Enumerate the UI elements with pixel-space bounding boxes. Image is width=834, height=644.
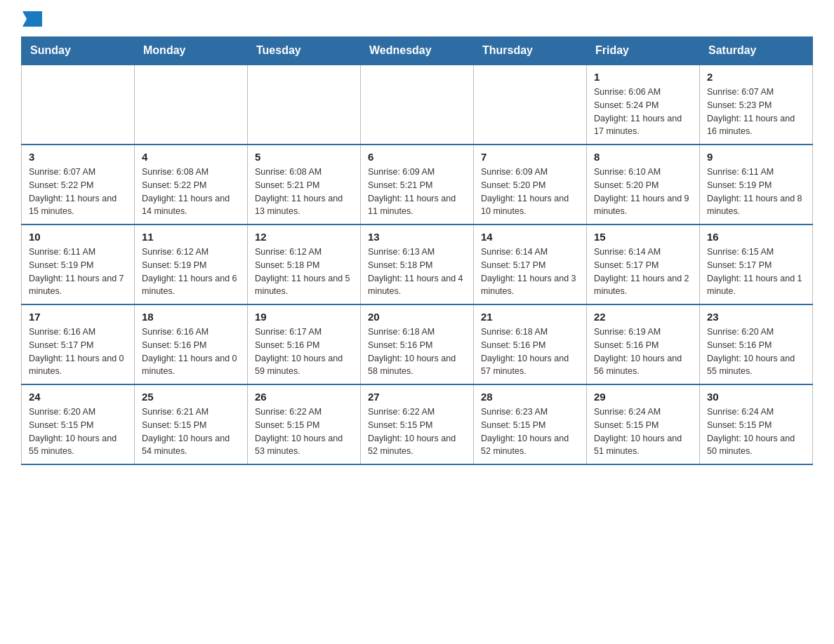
- day-info: Sunrise: 6:12 AM Sunset: 5:19 PM Dayligh…: [142, 246, 240, 298]
- day-number: 1: [594, 71, 692, 83]
- calendar-cell: 26Sunrise: 6:22 AM Sunset: 5:15 PM Dayli…: [248, 384, 361, 464]
- day-number: 22: [594, 311, 692, 323]
- day-of-week-header-monday: Monday: [135, 37, 248, 65]
- calendar-cell: 15Sunrise: 6:14 AM Sunset: 5:17 PM Dayli…: [587, 224, 700, 304]
- day-info: Sunrise: 6:22 AM Sunset: 5:15 PM Dayligh…: [255, 405, 353, 458]
- day-of-week-header-sunday: Sunday: [22, 37, 135, 65]
- calendar-cell: 17Sunrise: 6:16 AM Sunset: 5:17 PM Dayli…: [22, 304, 135, 384]
- calendar-cell: 14Sunrise: 6:14 AM Sunset: 5:17 PM Dayli…: [474, 224, 587, 304]
- calendar-cell: 9Sunrise: 6:11 AM Sunset: 5:19 PM Daylig…: [700, 145, 813, 224]
- day-info: Sunrise: 6:21 AM Sunset: 5:15 PM Dayligh…: [142, 405, 240, 458]
- calendar-cell: 21Sunrise: 6:18 AM Sunset: 5:16 PM Dayli…: [474, 304, 587, 384]
- calendar-cell: 24Sunrise: 6:20 AM Sunset: 5:15 PM Dayli…: [22, 384, 135, 464]
- day-info: Sunrise: 6:07 AM Sunset: 5:23 PM Dayligh…: [707, 86, 805, 138]
- day-info: Sunrise: 6:22 AM Sunset: 5:15 PM Dayligh…: [368, 405, 466, 458]
- calendar-cell: [361, 65, 474, 145]
- day-info: Sunrise: 6:11 AM Sunset: 5:19 PM Dayligh…: [29, 246, 127, 298]
- day-number: 18: [142, 311, 240, 323]
- calendar-cell: [135, 65, 248, 145]
- day-number: 30: [707, 391, 805, 403]
- day-number: 13: [368, 231, 466, 243]
- calendar-cell: 5Sunrise: 6:08 AM Sunset: 5:21 PM Daylig…: [248, 145, 361, 224]
- page-header: [21, 14, 813, 22]
- calendar-cell: 10Sunrise: 6:11 AM Sunset: 5:19 PM Dayli…: [22, 224, 135, 304]
- calendar-cell: 29Sunrise: 6:24 AM Sunset: 5:15 PM Dayli…: [587, 384, 700, 464]
- day-info: Sunrise: 6:17 AM Sunset: 5:16 PM Dayligh…: [255, 326, 353, 378]
- calendar-cell: 8Sunrise: 6:10 AM Sunset: 5:20 PM Daylig…: [587, 145, 700, 224]
- calendar-cell: 20Sunrise: 6:18 AM Sunset: 5:16 PM Dayli…: [361, 304, 474, 384]
- day-number: 6: [368, 151, 466, 163]
- calendar-week-row: 17Sunrise: 6:16 AM Sunset: 5:17 PM Dayli…: [22, 304, 813, 384]
- calendar-cell: 11Sunrise: 6:12 AM Sunset: 5:19 PM Dayli…: [135, 224, 248, 304]
- calendar-cell: [248, 65, 361, 145]
- day-number: 9: [707, 151, 805, 163]
- calendar-cell: 3Sunrise: 6:07 AM Sunset: 5:22 PM Daylig…: [22, 145, 135, 224]
- day-info: Sunrise: 6:06 AM Sunset: 5:24 PM Dayligh…: [594, 86, 692, 138]
- day-number: 20: [368, 311, 466, 323]
- calendar-cell: 7Sunrise: 6:09 AM Sunset: 5:20 PM Daylig…: [474, 145, 587, 224]
- day-number: 28: [481, 391, 579, 403]
- calendar-cell: 23Sunrise: 6:20 AM Sunset: 5:16 PM Dayli…: [700, 304, 813, 384]
- calendar-cell: 4Sunrise: 6:08 AM Sunset: 5:22 PM Daylig…: [135, 145, 248, 224]
- day-number: 24: [29, 391, 127, 403]
- day-number: 14: [481, 231, 579, 243]
- calendar-cell: 25Sunrise: 6:21 AM Sunset: 5:15 PM Dayli…: [135, 384, 248, 464]
- day-of-week-header-friday: Friday: [587, 37, 700, 65]
- day-of-week-header-wednesday: Wednesday: [361, 37, 474, 65]
- calendar-cell: 2Sunrise: 6:07 AM Sunset: 5:23 PM Daylig…: [700, 65, 813, 145]
- day-info: Sunrise: 6:19 AM Sunset: 5:16 PM Dayligh…: [594, 326, 692, 378]
- day-info: Sunrise: 6:11 AM Sunset: 5:19 PM Dayligh…: [707, 166, 805, 218]
- calendar-week-row: 24Sunrise: 6:20 AM Sunset: 5:15 PM Dayli…: [22, 384, 813, 464]
- logo: [21, 14, 42, 22]
- calendar-cell: 18Sunrise: 6:16 AM Sunset: 5:16 PM Dayli…: [135, 304, 248, 384]
- day-info: Sunrise: 6:24 AM Sunset: 5:15 PM Dayligh…: [594, 405, 692, 458]
- day-number: 3: [29, 151, 127, 163]
- day-info: Sunrise: 6:14 AM Sunset: 5:17 PM Dayligh…: [481, 246, 579, 298]
- day-info: Sunrise: 6:20 AM Sunset: 5:15 PM Dayligh…: [29, 405, 127, 458]
- day-number: 15: [594, 231, 692, 243]
- calendar-cell: 22Sunrise: 6:19 AM Sunset: 5:16 PM Dayli…: [587, 304, 700, 384]
- calendar-header-row: SundayMondayTuesdayWednesdayThursdayFrid…: [22, 37, 813, 65]
- day-number: 7: [481, 151, 579, 163]
- day-number: 29: [594, 391, 692, 403]
- day-info: Sunrise: 6:08 AM Sunset: 5:21 PM Dayligh…: [255, 166, 353, 218]
- day-info: Sunrise: 6:12 AM Sunset: 5:18 PM Dayligh…: [255, 246, 353, 298]
- day-number: 19: [255, 311, 353, 323]
- calendar-cell: 6Sunrise: 6:09 AM Sunset: 5:21 PM Daylig…: [361, 145, 474, 224]
- calendar-cell: 1Sunrise: 6:06 AM Sunset: 5:24 PM Daylig…: [587, 65, 700, 145]
- calendar-table: SundayMondayTuesdayWednesdayThursdayFrid…: [21, 36, 813, 465]
- calendar-week-row: 1Sunrise: 6:06 AM Sunset: 5:24 PM Daylig…: [22, 65, 813, 145]
- day-info: Sunrise: 6:08 AM Sunset: 5:22 PM Dayligh…: [142, 166, 240, 218]
- calendar-cell: [474, 65, 587, 145]
- calendar-cell: 16Sunrise: 6:15 AM Sunset: 5:17 PM Dayli…: [700, 224, 813, 304]
- day-info: Sunrise: 6:13 AM Sunset: 5:18 PM Dayligh…: [368, 246, 466, 298]
- calendar-cell: 30Sunrise: 6:24 AM Sunset: 5:15 PM Dayli…: [700, 384, 813, 464]
- calendar-week-row: 10Sunrise: 6:11 AM Sunset: 5:19 PM Dayli…: [22, 224, 813, 304]
- day-number: 4: [142, 151, 240, 163]
- day-number: 2: [707, 71, 805, 83]
- day-number: 17: [29, 311, 127, 323]
- day-info: Sunrise: 6:15 AM Sunset: 5:17 PM Dayligh…: [707, 246, 805, 298]
- day-number: 26: [255, 391, 353, 403]
- day-number: 11: [142, 231, 240, 243]
- calendar-cell: 27Sunrise: 6:22 AM Sunset: 5:15 PM Dayli…: [361, 384, 474, 464]
- day-number: 25: [142, 391, 240, 403]
- day-info: Sunrise: 6:23 AM Sunset: 5:15 PM Dayligh…: [481, 405, 579, 458]
- calendar-cell: 13Sunrise: 6:13 AM Sunset: 5:18 PM Dayli…: [361, 224, 474, 304]
- day-info: Sunrise: 6:20 AM Sunset: 5:16 PM Dayligh…: [707, 326, 805, 378]
- day-info: Sunrise: 6:16 AM Sunset: 5:17 PM Dayligh…: [29, 326, 127, 378]
- day-number: 8: [594, 151, 692, 163]
- day-number: 12: [255, 231, 353, 243]
- calendar-cell: 28Sunrise: 6:23 AM Sunset: 5:15 PM Dayli…: [474, 384, 587, 464]
- day-info: Sunrise: 6:24 AM Sunset: 5:15 PM Dayligh…: [707, 405, 805, 458]
- day-info: Sunrise: 6:07 AM Sunset: 5:22 PM Dayligh…: [29, 166, 127, 218]
- day-info: Sunrise: 6:10 AM Sunset: 5:20 PM Dayligh…: [594, 166, 692, 218]
- calendar-cell: [22, 65, 135, 145]
- day-number: 23: [707, 311, 805, 323]
- day-number: 27: [368, 391, 466, 403]
- day-info: Sunrise: 6:18 AM Sunset: 5:16 PM Dayligh…: [481, 326, 579, 378]
- day-info: Sunrise: 6:09 AM Sunset: 5:20 PM Dayligh…: [481, 166, 579, 218]
- day-of-week-header-thursday: Thursday: [474, 37, 587, 65]
- calendar-cell: 12Sunrise: 6:12 AM Sunset: 5:18 PM Dayli…: [248, 224, 361, 304]
- logo-arrow-icon: [22, 11, 42, 27]
